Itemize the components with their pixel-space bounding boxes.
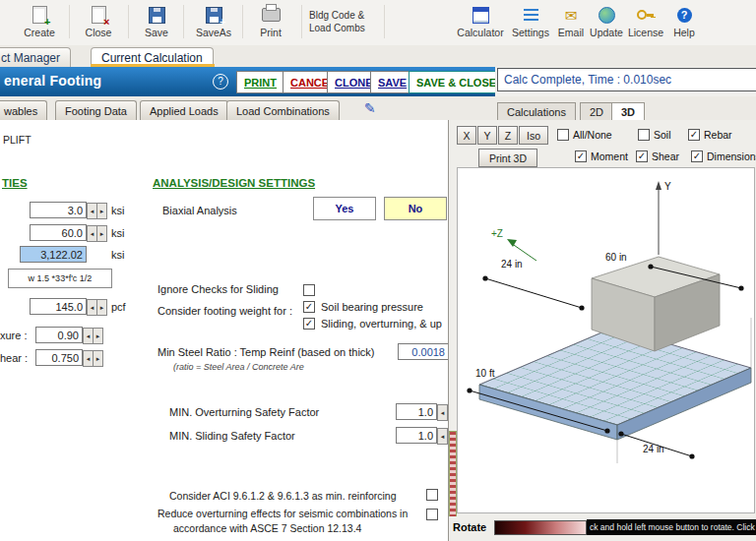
soil-bearing-checkbox[interactable]: ✓ bbox=[303, 301, 315, 313]
dimensions-checkbox[interactable]: ✓ bbox=[691, 150, 703, 162]
checkmark: ✓ bbox=[638, 150, 646, 161]
min-steel-label: Min Steel Ratio : Temp Reinf (based on t… bbox=[158, 346, 375, 358]
view-iso-button[interactable]: Iso bbox=[519, 126, 548, 145]
edit-pencil-icon[interactable]: ✎ bbox=[364, 100, 376, 116]
page-title: eneral Footing bbox=[4, 73, 101, 89]
create-button[interactable]: + Create bbox=[14, 4, 65, 41]
shear-label: Shear bbox=[652, 150, 679, 162]
biaxial-yes-button[interactable]: Yes bbox=[313, 197, 376, 220]
ignore-sliding-checkbox[interactable] bbox=[303, 284, 315, 296]
print-calc-button[interactable]: PRINT bbox=[236, 71, 284, 93]
update-button[interactable]: Update bbox=[585, 4, 628, 41]
z-axis-label: +Z bbox=[491, 228, 503, 239]
seismic-reduce-label-line1: Reduce overturning effects for seismic c… bbox=[158, 508, 408, 519]
header-help-icon[interactable]: ? bbox=[213, 74, 228, 90]
dim-arrow bbox=[482, 275, 487, 280]
viewer-3d-canvas[interactable]: Y +Z 24 in 60 in 10 ft bbox=[457, 167, 755, 513]
fc-unit: ksi bbox=[111, 205, 124, 216]
help-icon: ? bbox=[677, 8, 692, 23]
saveas-label: SaveAs bbox=[187, 27, 240, 38]
phi-shear-spinner[interactable]: ◂▸ bbox=[83, 350, 103, 367]
rotate-slider[interactable] bbox=[494, 520, 587, 535]
view-x-button[interactable]: X bbox=[457, 126, 476, 145]
ec-input[interactable]: 3,122.02 bbox=[20, 246, 87, 263]
phi-shear-input[interactable]: 0.750 bbox=[35, 349, 83, 366]
save-label: Save bbox=[132, 27, 181, 38]
all-none-checkbox[interactable] bbox=[557, 129, 569, 141]
plus-icon: + bbox=[220, 17, 225, 27]
sliding-sf-input[interactable]: 1.0 bbox=[396, 427, 437, 444]
print-label: Print bbox=[246, 27, 295, 38]
close-label: Close bbox=[73, 27, 124, 38]
tab-allowables[interactable]: wables bbox=[0, 100, 47, 120]
dim-line-pedestal-width bbox=[485, 278, 582, 308]
sliding-overturning-checkbox[interactable]: ✓ bbox=[303, 318, 315, 330]
toolbar-separator bbox=[242, 5, 243, 38]
calculator-icon bbox=[472, 7, 489, 24]
print-3d-button[interactable]: Print 3D bbox=[478, 149, 537, 167]
view-y-button[interactable]: Y bbox=[477, 126, 497, 145]
overturning-sf-spinner[interactable]: ◂▸ bbox=[437, 404, 448, 421]
calculator-button[interactable]: Calculator bbox=[455, 4, 506, 41]
create-label: Create bbox=[14, 27, 65, 38]
view-z-button[interactable]: Z bbox=[498, 126, 518, 145]
license-button[interactable]: License bbox=[624, 4, 667, 41]
fy-spinner[interactable]: ◂▸ bbox=[87, 225, 107, 242]
biaxial-no-button[interactable]: No bbox=[384, 197, 447, 220]
checkmark: ✓ bbox=[693, 150, 701, 161]
seismic-reduce-checkbox[interactable] bbox=[426, 509, 438, 520]
checkmark: ✓ bbox=[305, 301, 313, 312]
tab-calculations[interactable]: Calculations bbox=[497, 102, 576, 121]
close-document-icon: × bbox=[92, 6, 106, 24]
phi-flexure-input[interactable]: 0.90 bbox=[35, 327, 83, 343]
settings-button[interactable]: Settings bbox=[508, 4, 553, 41]
density-input[interactable]: 145.0 bbox=[30, 298, 87, 315]
aci-min-reinforcing-checkbox[interactable] bbox=[426, 489, 438, 501]
soil-checkbox[interactable] bbox=[638, 129, 650, 141]
printer-icon bbox=[262, 8, 281, 22]
moment-checkbox[interactable]: ✓ bbox=[575, 150, 587, 162]
dim-arrow bbox=[579, 305, 584, 310]
overturning-sf-label: MIN. Overturning Safety Factor bbox=[169, 406, 319, 418]
phi-flexure-spinner[interactable]: ◂▸ bbox=[83, 328, 103, 344]
ignore-sliding-label: Ignore Checks for Sliding bbox=[158, 283, 279, 295]
fc-spinner[interactable]: ◂▸ bbox=[87, 203, 107, 219]
ec-formula-box: w 1.5 *33*f'c 1/2 bbox=[8, 269, 112, 288]
footing-weight-label: Consider footing weight for : bbox=[158, 305, 292, 317]
save-button[interactable]: Save bbox=[132, 4, 181, 41]
save-icon bbox=[149, 7, 165, 24]
bldg-code-load-combs-button[interactable]: Bldg Code & Load Combs bbox=[309, 9, 365, 34]
calc-status: Calc Complete, Time : 0.010sec bbox=[497, 68, 756, 91]
fy-input[interactable]: 60.0 bbox=[30, 224, 87, 241]
rebar-checkbox[interactable]: ✓ bbox=[688, 129, 700, 141]
min-steel-input[interactable]: 0.0018 bbox=[398, 343, 448, 360]
sliding-overturning-label: Sliding, overturning, & up bbox=[321, 318, 442, 330]
print-button[interactable]: Print bbox=[246, 4, 295, 41]
tab-3d[interactable]: 3D bbox=[611, 102, 645, 121]
saveas-button[interactable]: + SaveAs bbox=[187, 4, 240, 41]
close-button[interactable]: × Close bbox=[73, 4, 124, 41]
biaxial-label: Biaxial Analysis bbox=[162, 205, 237, 216]
tab-applied-loads[interactable]: Applied Loads bbox=[140, 100, 228, 120]
uplift-partial-label: PLIFT bbox=[3, 134, 32, 146]
depth-scale-strip[interactable] bbox=[449, 431, 457, 517]
density-spinner[interactable]: ◂▸ bbox=[87, 299, 107, 316]
sliding-sf-spinner[interactable]: ◂▸ bbox=[437, 428, 448, 445]
tab-footing-data[interactable]: Footing Data bbox=[55, 100, 137, 120]
tab-load-combinations[interactable]: Load Combinations bbox=[226, 100, 340, 120]
seismic-reduce-label-line2: accordance with ASCE 7 Section 12.13.4 bbox=[173, 522, 361, 534]
tab-project-manager[interactable]: ct Manager bbox=[0, 47, 71, 67]
footing-form: PLIFT TIES ANALYSIS/DESIGN SETTINGS 3.0 … bbox=[0, 120, 448, 541]
rotate-label: Rotate bbox=[453, 521, 486, 533]
save-and-close-button[interactable]: SAVE & CLOSE bbox=[409, 71, 504, 93]
checkmark: ✓ bbox=[690, 129, 698, 140]
help-button[interactable]: ? Help bbox=[665, 4, 703, 41]
update-label: Update bbox=[585, 27, 628, 38]
fc-input[interactable]: 3.0 bbox=[30, 202, 87, 218]
plus-icon: + bbox=[44, 17, 50, 27]
shear-checkbox[interactable]: ✓ bbox=[636, 150, 648, 162]
toolbar-separator bbox=[69, 5, 70, 38]
overturning-sf-input[interactable]: 1.0 bbox=[396, 403, 437, 420]
tab-2d[interactable]: 2D bbox=[580, 102, 613, 121]
project-manager-label: ct Manager bbox=[1, 51, 60, 65]
